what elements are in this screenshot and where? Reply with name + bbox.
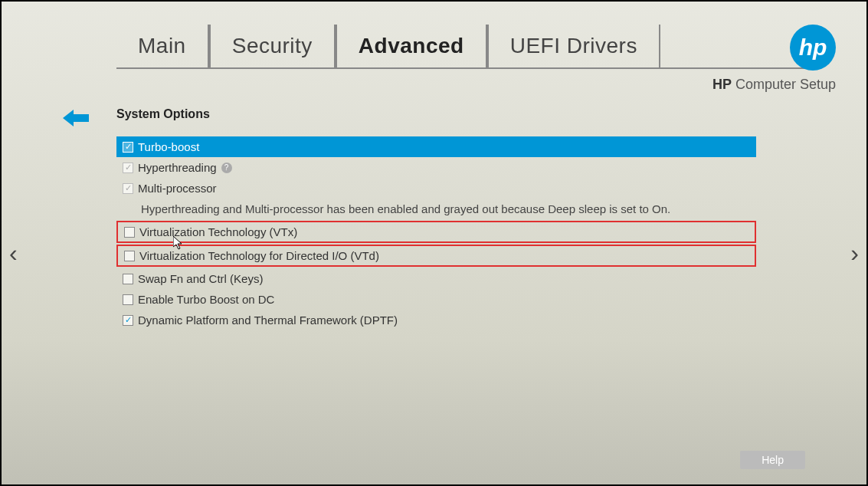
hp-logo-icon: hp <box>790 25 836 71</box>
option-label: Virtualization Technology for Directed I… <box>139 249 379 262</box>
tab-security[interactable]: Security <box>209 25 336 67</box>
options-list: ✓ Turbo-boost ✓ Hyperthreading ? ✓ Multi… <box>116 136 756 330</box>
nav-right-icon[interactable]: › <box>850 239 859 268</box>
option-swap-fn[interactable]: Swap Fn and Ctrl (Keys) <box>116 268 756 289</box>
tab-uefi-drivers[interactable]: UEFI Drivers <box>487 25 660 67</box>
checkbox-icon: ✓ <box>123 163 133 173</box>
option-turbo-boost[interactable]: ✓ Turbo-boost <box>116 136 756 157</box>
option-vtd[interactable]: Virtualization Technology for Directed I… <box>118 246 755 265</box>
option-label: Virtualization Technology (VTx) <box>139 225 297 238</box>
back-arrow-icon[interactable] <box>63 107 89 132</box>
option-label: Multi-processor <box>138 182 217 195</box>
highlight-vtx: Virtualization Technology (VTx) <box>116 221 756 243</box>
highlight-vtd: Virtualization Technology for Directed I… <box>116 245 756 267</box>
option-hyperthreading[interactable]: ✓ Hyperthreading ? <box>116 157 756 178</box>
checkbox-icon <box>124 227 135 238</box>
tab-advanced[interactable]: Advanced <box>336 25 487 67</box>
tab-main[interactable]: Main <box>116 25 209 67</box>
checkbox-icon: ✓ <box>123 142 133 153</box>
option-label: Swap Fn and Ctrl (Keys) <box>138 272 263 285</box>
option-multi-processor[interactable]: ✓ Multi-processor <box>116 178 756 199</box>
nav-left-icon[interactable]: ‹ <box>9 239 18 268</box>
help-button[interactable]: Help <box>740 451 805 469</box>
info-text: Hyperthreading and Multi-processor has b… <box>116 199 756 219</box>
option-label: Hyperthreading <box>138 161 217 174</box>
checkbox-icon <box>123 274 133 284</box>
checkbox-icon <box>123 294 133 305</box>
option-label: Enable Turbo Boost on DC <box>138 293 274 306</box>
option-dptf[interactable]: ✓ Dynamic Platform and Thermal Framework… <box>116 310 756 330</box>
option-turbo-dc[interactable]: Enable Turbo Boost on DC <box>116 289 756 310</box>
checkbox-icon: ✓ <box>123 183 133 194</box>
option-label: Dynamic Platform and Thermal Framework (… <box>138 314 398 327</box>
option-vtx[interactable]: Virtualization Technology (VTx) <box>118 222 755 241</box>
option-label: Turbo-boost <box>138 140 199 153</box>
help-icon[interactable]: ? <box>221 163 232 173</box>
section-title: System Options <box>116 107 836 121</box>
checkbox-icon <box>124 251 135 261</box>
checkbox-icon: ✓ <box>123 315 133 326</box>
